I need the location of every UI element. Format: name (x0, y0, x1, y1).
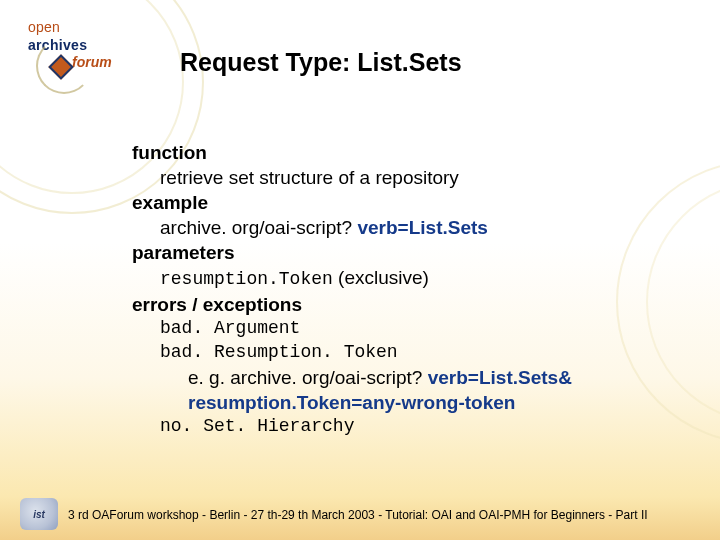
ist-badge-icon: ist (20, 498, 58, 530)
label-function: function (132, 140, 672, 165)
error-example-line2: resumption.Token=any-wrong-token (188, 390, 672, 415)
brand-logo: open archives forum (28, 18, 158, 88)
error-no-set-hierarchy: no. Set. Hierarchy (160, 415, 672, 439)
text-parameters: resumption.Token (exclusive) (160, 265, 672, 292)
ist-badge-text: ist (33, 509, 45, 520)
slide: open archives forum Request Type: List.S… (0, 0, 720, 540)
example-verb: verb=List.Sets (357, 217, 487, 238)
text-function: retrieve set structure of a repository (160, 165, 672, 190)
param-token: resumption.Token (160, 269, 333, 289)
error-example-line1: e. g. archive. org/oai-script? verb=List… (188, 365, 672, 390)
error-bad-resumption-token: bad. Resumption. Token (160, 341, 672, 365)
text-example: archive. org/oai-script? verb=List.Sets (160, 215, 672, 240)
error-eg-blue2: resumption.Token=any-wrong-token (188, 392, 515, 413)
label-parameters: parameters (132, 240, 672, 265)
slide-body: function retrieve set structure of a rep… (132, 140, 672, 439)
label-errors: errors / exceptions (132, 292, 672, 317)
example-url-prefix: archive. org/oai-script? (160, 217, 357, 238)
error-bad-argument: bad. Argument (160, 317, 672, 341)
logo-text-open: open (28, 19, 60, 35)
error-eg-prefix: e. g. archive. org/oai-script? (188, 367, 428, 388)
param-suffix: (exclusive) (333, 267, 429, 288)
error-eg-blue1: verb=List.Sets& (428, 367, 572, 388)
footer-text: 3 rd OAForum workshop - Berlin - 27 th-2… (68, 508, 648, 522)
label-example: example (132, 190, 672, 215)
slide-title: Request Type: List.Sets (180, 48, 462, 77)
